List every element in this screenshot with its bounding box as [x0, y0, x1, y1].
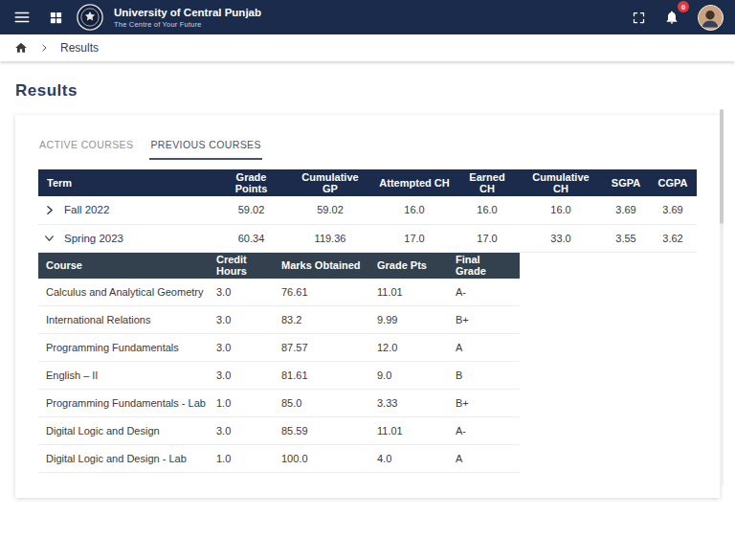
apps-grid-icon: [49, 11, 63, 25]
results-table-header: Term Grade Points Cumulative GP Attempte…: [38, 169, 697, 196]
hamburger-icon: [13, 9, 31, 26]
marks-obtained: 100.0: [274, 445, 369, 473]
column-header-grade-pts: Grade Pts: [369, 253, 448, 279]
final-grade: B: [448, 362, 520, 390]
course-name: English – II: [38, 362, 209, 390]
grade-pts: 4.0: [369, 445, 448, 473]
results-table: Term Grade Points Cumulative GP Attempte…: [38, 169, 697, 253]
course-name: Calculus and Analytical Geometry: [38, 279, 209, 306]
column-header-cumulative-gp: Cumulative GP: [287, 169, 373, 196]
cell-attempted-ch: 17.0: [373, 224, 456, 252]
credit-hours: 3.0: [209, 362, 274, 390]
collapse-row-button[interactable]: [43, 232, 56, 244]
course-name: Digital Logic and Design - Lab: [38, 445, 209, 473]
final-grade: A-: [448, 417, 520, 445]
credit-hours: 3.0: [209, 417, 274, 445]
vertical-scrollbar[interactable]: [720, 109, 724, 486]
cell-cumulative-gp: 119.36: [287, 224, 373, 252]
cell-attempted-ch: 16.0: [373, 196, 456, 224]
notifications-button[interactable]: 0: [659, 5, 684, 30]
final-grade: A: [448, 334, 520, 362]
expand-row-button[interactable]: [43, 204, 56, 216]
column-header-marks-obtained: Marks Obtained: [274, 253, 369, 279]
column-header-credit-hours: Credit Hours: [209, 253, 274, 279]
credit-hours: 1.0: [209, 445, 274, 473]
course-name: Programming Fundamentals - Lab: [38, 390, 209, 417]
cell-sgpa: 3.55: [603, 224, 649, 252]
cell-cgpa: 3.69: [649, 196, 697, 224]
course-detail-table: Course Credit Hours Marks Obtained Grade…: [38, 253, 520, 474]
column-header-cgpa: CGPA: [649, 169, 697, 196]
credit-hours: 3.0: [209, 306, 274, 334]
chevron-right-icon: [39, 43, 49, 53]
user-avatar[interactable]: [698, 5, 724, 31]
course-row: Programming Fundamentals 3.0 87.57 12.0 …: [38, 334, 520, 362]
term-row-fall-2022[interactable]: Fall 2022 59.02 59.02 16.0 16.0 16.0 3.6…: [38, 196, 697, 224]
credit-hours: 1.0: [209, 390, 274, 417]
apps-button[interactable]: [43, 5, 68, 30]
brand-block: University of Central Punjab The Centre …: [114, 6, 261, 28]
bell-icon: [664, 10, 679, 25]
grade-pts: 9.0: [369, 362, 448, 390]
final-grade: A: [448, 445, 520, 473]
grade-pts: 3.33: [369, 390, 448, 417]
column-header-attempted-ch: Attempted CH: [373, 169, 456, 196]
course-name: International Relations: [38, 306, 209, 334]
column-header-cumulative-ch: Cumulative CH: [519, 169, 603, 196]
cell-grade-points: 59.02: [215, 196, 287, 224]
marks-obtained: 85.0: [274, 390, 369, 417]
column-header-earned-ch: Earned CH: [456, 169, 519, 196]
term-row-spring-2023[interactable]: Spring 2023 60.34 119.36 17.0 17.0 33.0 …: [38, 224, 697, 252]
course-table-header: Course Credit Hours Marks Obtained Grade…: [38, 253, 520, 279]
university-tagline: The Centre of Your Future: [114, 20, 261, 29]
home-button[interactable]: [14, 41, 28, 55]
scrollbar-thumb[interactable]: [720, 109, 724, 224]
term-label[interactable]: Spring 2023: [64, 233, 123, 244]
cell-cumulative-ch: 16.0: [519, 196, 603, 224]
grade-pts: 11.01: [369, 417, 448, 445]
grade-pts: 9.99: [369, 306, 448, 334]
cell-cumulative-ch: 33.0: [519, 224, 603, 252]
final-grade: B+: [448, 306, 520, 334]
notification-badge: 0: [678, 1, 689, 12]
course-row: Digital Logic and Design 3.0 85.59 11.01…: [38, 417, 520, 445]
results-card: ACTIVE COURSES PREVIOUS COURSES Term Gra…: [15, 115, 720, 498]
course-tabs: ACTIVE COURSES PREVIOUS COURSES: [38, 136, 697, 160]
breadcrumb-current[interactable]: Results: [60, 41, 99, 55]
cell-earned-ch: 16.0: [456, 196, 519, 224]
breadcrumb: Results: [0, 34, 735, 61]
menu-button[interactable]: [10, 5, 34, 30]
university-name: University of Central Punjab: [114, 6, 261, 19]
fullscreen-button[interactable]: [626, 5, 651, 30]
course-name: Digital Logic and Design: [38, 417, 209, 445]
column-header-final-grade: Final Grade: [448, 253, 520, 279]
final-grade: B+: [448, 390, 520, 417]
university-logo: [77, 4, 103, 31]
marks-obtained: 85.59: [274, 417, 369, 445]
column-header-term: Term: [38, 169, 215, 196]
course-row: Programming Fundamentals - Lab 1.0 85.0 …: [38, 390, 520, 417]
credit-hours: 3.0: [209, 334, 274, 362]
chevron-right-icon: [43, 204, 56, 216]
top-navbar: University of Central Punjab The Centre …: [0, 0, 735, 34]
course-row: English – II 3.0 81.61 9.0 B: [38, 362, 520, 390]
grade-pts: 12.0: [369, 334, 448, 362]
marks-obtained: 83.2: [274, 306, 369, 334]
home-icon: [14, 41, 28, 55]
cell-cgpa: 3.62: [649, 224, 697, 252]
term-cell: Fall 2022: [38, 196, 215, 223]
tab-active-courses[interactable]: ACTIVE COURSES: [38, 136, 134, 160]
tab-previous-courses[interactable]: PREVIOUS COURSES: [149, 136, 262, 160]
final-grade: A-: [448, 279, 520, 306]
course-row: International Relations 3.0 83.2 9.99 B+: [38, 306, 520, 334]
page-title: Results: [15, 81, 720, 101]
grade-pts: 11.01: [369, 279, 448, 306]
marks-obtained: 81.61: [274, 362, 369, 390]
term-label[interactable]: Fall 2022: [64, 204, 109, 215]
course-row: Calculus and Analytical Geometry 3.0 76.…: [38, 279, 520, 306]
marks-obtained: 76.61: [274, 279, 369, 306]
cell-grade-points: 60.34: [215, 224, 287, 252]
cell-earned-ch: 17.0: [456, 224, 519, 252]
column-header-course: Course: [38, 253, 209, 279]
course-name: Programming Fundamentals: [38, 334, 209, 362]
